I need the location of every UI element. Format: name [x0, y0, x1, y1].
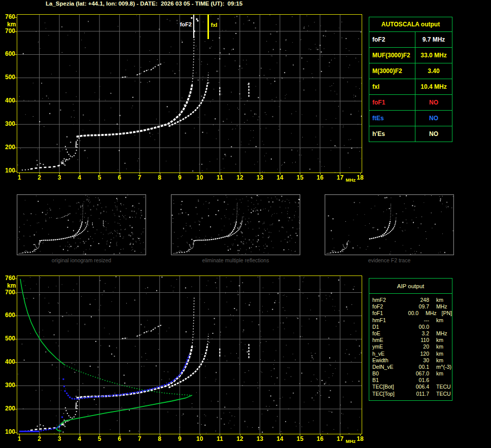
y-axis-tick-top [15, 17, 17, 18]
aip-row-label: B0 [372, 370, 408, 377]
y-axis-tick-bottom [15, 409, 17, 409]
x-axis-tick-bottom [240, 434, 240, 436]
y-axis-tick-bottom [15, 293, 17, 293]
x-axis-label-top: 11 [214, 175, 225, 181]
y-axis-label-bottom: 400 [1, 359, 15, 365]
y-axis-tick-bottom [15, 339, 17, 339]
aip-row-unit: km [436, 370, 443, 377]
autoscala-row-label: M(3000)F2 [369, 63, 415, 79]
y-axis-label-top: 200 [1, 144, 15, 151]
aip-row-label: foF2 [372, 303, 408, 310]
y-axis-label-bottom: 600 [1, 312, 15, 319]
aip-row-hmf2: hmF2248km [372, 297, 452, 303]
fxI-marker-line [207, 15, 209, 39]
foF2-marker-line [193, 15, 194, 38]
x-axis-tick-bottom [360, 434, 361, 436]
autoscala-row-fxi: fxI10.4 MHz [369, 79, 452, 95]
x-axis-tick-top [139, 173, 140, 175]
aip-row-foe: foE3.2MHz [372, 330, 452, 337]
aip-row-label: h_vE [372, 351, 408, 357]
autoscala-row-ftes: ftEsNO [369, 111, 452, 126]
y-axis-label-top: 500 [1, 74, 15, 81]
aip-row-unit: MHz [426, 310, 437, 317]
x-axis-label-bottom: 17 [334, 436, 345, 442]
x-axis-label-top: 4 [74, 175, 85, 181]
y-axis-label-top: 300 [1, 121, 15, 127]
y-axis-tick-top [15, 171, 17, 171]
x-axis-label-top: 5 [94, 175, 105, 181]
autoscala-row-fof1: foF1NO [369, 95, 452, 111]
foF2-marker-label: foF2 [174, 21, 192, 27]
aip-row-unit: km [436, 351, 443, 357]
x-axis-label-top: 1 [14, 175, 25, 181]
thumbnail-evidence-f2-trace [325, 194, 454, 255]
x-axis-tick-top [40, 173, 40, 175]
aip-row-unit: TECU [436, 384, 451, 390]
aip-row-value: --- [408, 317, 429, 324]
x-axis-tick-bottom [180, 434, 180, 436]
x-axis-tick-top [340, 173, 340, 175]
x-axis-label-top: 8 [154, 175, 165, 181]
x-axis-label-bottom: 12 [234, 436, 246, 442]
x-axis-label-bottom: 6 [114, 436, 125, 442]
x-axis-tick-top [120, 173, 120, 175]
x-axis-tick-top [280, 173, 280, 175]
y-axis-tick-top [15, 31, 17, 32]
autoscala-row-value: 3.40 [415, 63, 452, 79]
x-axis-label-bottom: 11 [214, 436, 225, 442]
x-axis-tick-bottom [300, 434, 300, 436]
y-axis-tick-top [15, 54, 17, 55]
autoscala-row-label: fxI [369, 79, 415, 94]
x-axis-tick-bottom [80, 434, 80, 436]
autoscala-row-value: NO [415, 95, 452, 110]
x-axis-tick-bottom [220, 434, 220, 436]
x-axis-label-bottom: 14 [274, 436, 286, 442]
autoscala-row-m3000f2: M(3000)F23.40 [369, 63, 452, 79]
x-axis-label-top: 18 [355, 175, 366, 181]
x-axis-label-bottom: 16 [314, 436, 326, 442]
y-axis-label-top: 400 [1, 97, 15, 104]
autoscala-row-value: 33.0 MHz [415, 48, 452, 63]
x-axis-tick-bottom [260, 434, 260, 436]
aip-row-note: [PN] [442, 310, 452, 317]
aip-row-value: 09.7 [408, 303, 429, 310]
x-axis-tick-top [80, 173, 80, 175]
x-axis-tick-top [360, 173, 361, 175]
x-axis-label-bottom: 13 [254, 436, 265, 442]
x-axis-tick-top [260, 173, 260, 175]
y-axis-label-top: 760 [1, 14, 15, 20]
aip-row-b0: B0067.0km [372, 370, 452, 377]
ionogram-plot-bottom [17, 275, 362, 434]
x-axis-tick-bottom [40, 434, 40, 436]
y-axis-label-bottom: 700 [1, 289, 15, 296]
aip-row-unit: m^(-3) [436, 364, 451, 370]
aip-row-value: 00.0 [401, 310, 418, 317]
x-axis-tick-bottom [280, 434, 280, 436]
x-axis-label-top: 2 [34, 175, 45, 181]
x-axis-tick-bottom [120, 434, 120, 436]
autoscala-row-muf3000f2: MUF(3000)F233.0 MHz [369, 48, 452, 63]
thumbnail-canvas-3 [325, 195, 453, 255]
x-axis-label-bottom: 3 [54, 436, 65, 442]
x-axis-label-bottom: 4 [74, 436, 85, 442]
aip-row-label: hmE [372, 337, 408, 343]
aip-table-title: AIP output [369, 279, 452, 294]
aip-row-unit: MHz [436, 330, 447, 337]
x-axis-unit-top: MHz [345, 177, 356, 183]
aip-row-label: foE [372, 330, 408, 337]
aip-table-rows: hmF2248kmfoF209.7MHzfoF100.0MHz[PN]hmF1-… [369, 294, 452, 397]
x-axis-label-bottom: 18 [355, 436, 366, 442]
thumbnail-caption-3: evidence F2 trace [325, 257, 454, 263]
y-axis-unit-top: km [7, 21, 16, 28]
y-axis-tick-bottom [15, 432, 17, 433]
autoscala-row-label: MUF(3000)F2 [369, 48, 415, 63]
aip-row-yme: ymE20km [372, 343, 452, 350]
aip-row-unit: MHz [436, 303, 447, 310]
y-axis-label-bottom: 500 [1, 335, 15, 342]
x-axis-label-bottom: 9 [174, 436, 185, 442]
y-axis-label-bottom: 200 [1, 405, 15, 412]
autoscala-row-hes: h'EsNO [369, 126, 452, 142]
x-axis-label-top: 17 [334, 175, 345, 181]
x-axis-tick-bottom [160, 434, 160, 436]
x-axis-tick-top [160, 173, 160, 175]
